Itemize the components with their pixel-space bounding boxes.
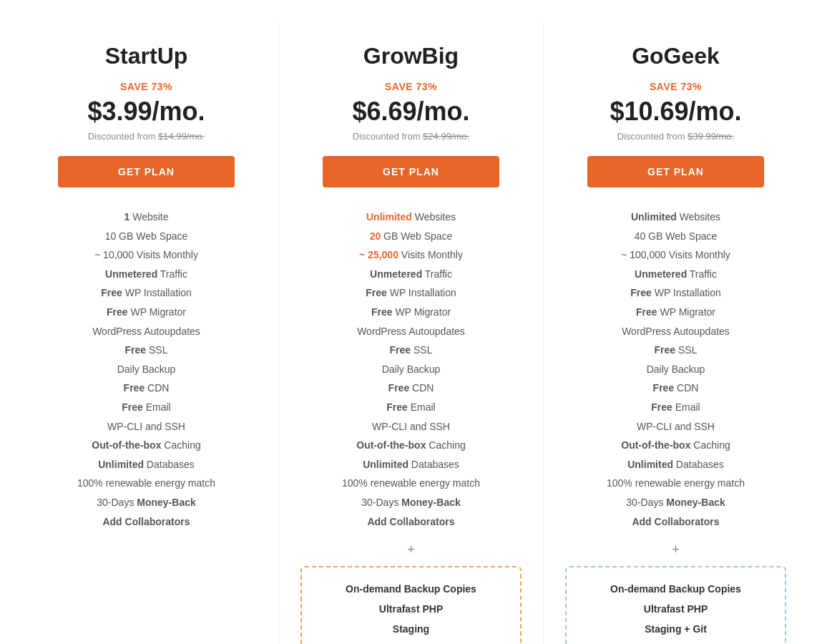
get-plan-btn-growbig[interactable]: GET PLAN	[323, 156, 499, 187]
list-item: Free WP Installation	[300, 283, 522, 303]
get-plan-btn-gogeek[interactable]: GET PLAN	[587, 156, 764, 187]
save-badge-startup: SAVE 73%	[36, 81, 257, 92]
list-item: White-label Clients	[581, 639, 770, 644]
list-item: Ultrafast PHP	[316, 599, 506, 619]
list-item: Out-of-the-box Caching	[36, 436, 257, 455]
plan-title-gogeek: GoGeek	[565, 43, 786, 69]
list-item: Add Collaborators	[565, 512, 786, 532]
extra-box-gogeek: On-demand Backup CopiesUltrafast PHPStag…	[565, 566, 786, 644]
list-item: Unlimited Websites	[300, 208, 522, 227]
list-item: 100% renewable energy match	[300, 474, 522, 493]
list-item: 30-Days Money-Back	[300, 493, 522, 512]
list-item: WP-CLI and SSH	[36, 417, 257, 436]
list-item: Free Email	[36, 398, 257, 417]
list-item: 100% renewable energy match	[565, 474, 786, 493]
save-badge-growbig: SAVE 73%	[300, 81, 522, 92]
plan-title-growbig: GrowBig	[300, 43, 522, 69]
list-item: 30-Days Money-Back	[565, 493, 786, 512]
extra-box-growbig: On-demand Backup CopiesUltrafast PHPStag…	[300, 566, 522, 644]
list-item: Free WP Installation	[36, 283, 257, 303]
plans-container: StartUpSAVE 73%$3.99/mo.Discounted from …	[14, 21, 808, 644]
list-item: Free WP Installation	[565, 283, 786, 303]
list-item: Daily Backup	[565, 360, 786, 379]
list-item: Unlimited Websites	[565, 208, 786, 227]
list-item: Add Collaborators	[300, 512, 522, 532]
features-list-startup: 1 Website10 GB Web Space~ 10,000 Visits …	[36, 208, 257, 531]
original-price-startup: Discounted from $14.99/mo.	[36, 131, 257, 142]
list-item: Free CDN	[300, 379, 522, 398]
list-item: Unmetered Traffic	[36, 265, 257, 284]
list-item: Add Collaborators	[36, 512, 257, 532]
features-list-growbig: Unlimited Websites20 GB Web Space~ 25,00…	[300, 208, 522, 531]
list-item: 30-Days Money-Back	[36, 493, 257, 512]
list-item: Daily Backup	[300, 360, 522, 379]
price-growbig: $6.69/mo.	[300, 97, 522, 127]
list-item: 100% renewable energy match	[36, 474, 257, 493]
price-startup: $3.99/mo.	[36, 97, 257, 127]
list-item: Out-of-the-box Caching	[565, 436, 786, 455]
get-plan-btn-startup[interactable]: GET PLAN	[58, 156, 235, 187]
list-item: Free WP Migrator	[300, 303, 522, 322]
list-item: Free SSL	[565, 341, 786, 360]
list-item: Staging	[316, 619, 506, 639]
list-item: Unlimited Databases	[565, 455, 786, 474]
plus-separator-growbig: +	[300, 542, 522, 557]
list-item: Free CDN	[565, 379, 786, 398]
list-item: Free SSL	[300, 341, 522, 360]
extra-features-list-gogeek: On-demand Backup CopiesUltrafast PHPStag…	[581, 579, 770, 644]
list-item: Unmetered Traffic	[300, 265, 522, 284]
list-item: Staging + Git	[581, 619, 770, 639]
original-price-growbig: Discounted from $24.99/mo.	[300, 131, 522, 142]
plan-growbig: GrowBigSAVE 73%$6.69/mo.Discounted from …	[279, 21, 544, 644]
list-item: 20 GB Web Space	[300, 227, 522, 246]
list-item: Free WP Migrator	[565, 303, 786, 322]
plan-gogeek: GoGeekSAVE 73%$10.69/mo.Discounted from …	[544, 21, 808, 644]
list-item: Unlimited Databases	[300, 455, 522, 474]
plan-title-startup: StartUp	[36, 43, 257, 69]
list-item: WP-CLI and SSH	[565, 417, 786, 436]
list-item: Out-of-the-box Caching	[300, 436, 522, 455]
list-item: WordPress Autoupdates	[300, 322, 522, 341]
list-item: Free SSL	[36, 341, 257, 360]
list-item: Daily Backup	[36, 360, 257, 379]
list-item: 10 GB Web Space	[36, 227, 257, 246]
list-item: Unmetered Traffic	[565, 265, 786, 284]
list-item: 1 Website	[36, 208, 257, 227]
list-item: On-demand Backup Copies	[316, 579, 506, 599]
list-item: Unlimited Databases	[36, 455, 257, 474]
original-price-gogeek: Discounted from $39.99/mo.	[565, 131, 786, 142]
list-item: ~ 10,000 Visits Monthly	[36, 245, 257, 265]
plus-separator-gogeek: +	[565, 542, 786, 557]
list-item: WordPress Autoupdates	[565, 322, 786, 341]
list-item: Free Email	[565, 398, 786, 417]
plan-startup: StartUpSAVE 73%$3.99/mo.Discounted from …	[14, 21, 279, 644]
list-item: WordPress Autoupdates	[36, 322, 257, 341]
features-list-gogeek: Unlimited Websites40 GB Web Space~ 100,0…	[565, 208, 786, 531]
list-item: WP-CLI and SSH	[300, 417, 522, 436]
list-item: On-demand Backup Copies	[581, 579, 770, 599]
list-item: Ultrafast PHP	[581, 599, 770, 619]
list-item: Free CDN	[36, 379, 257, 398]
list-item: Free Email	[300, 398, 522, 417]
list-item: Free WP Migrator	[36, 303, 257, 322]
price-gogeek: $10.69/mo.	[565, 97, 786, 127]
list-item: 40 GB Web Space	[565, 227, 786, 246]
list-item: ~ 100,000 Visits Monthly	[565, 245, 786, 265]
extra-features-list-growbig: On-demand Backup CopiesUltrafast PHPStag…	[316, 579, 506, 639]
save-badge-gogeek: SAVE 73%	[565, 81, 786, 92]
list-item: ~ 25,000 Visits Monthly	[300, 245, 522, 265]
